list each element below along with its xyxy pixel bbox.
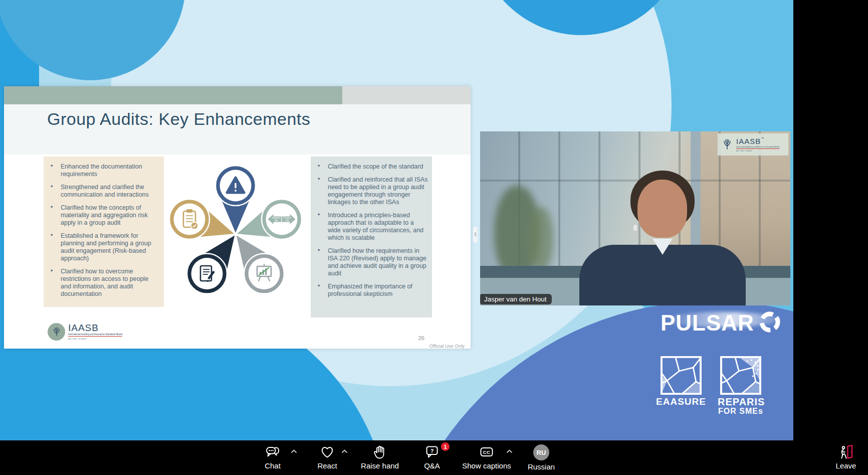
slide-page-number: 26 (418, 335, 424, 341)
svg-text:★: ★ (750, 358, 753, 362)
trademark-symbol: ™ (761, 137, 764, 140)
bullet-item: Emphasized the importance of professiona… (314, 283, 428, 298)
panel-collapse-handle[interactable]: ‖ (473, 227, 478, 243)
eaasure-logo-icon (661, 356, 702, 395)
slide-title: Group Audits: Key Enhancements (47, 109, 310, 129)
raised-hand-icon (372, 444, 387, 459)
eaasure-label: EAASURE (655, 396, 708, 407)
bullet-item: Clarified the scope of the standard (314, 163, 428, 171)
risk-pinwheel-diagram: Inherent risk Control risk (165, 161, 306, 301)
left-bullet-box: Enhanced the documentation requirementsS… (44, 156, 164, 307)
ru-language-avatar: RU (533, 444, 549, 460)
chat-options-caret[interactable] (291, 449, 297, 453)
svg-text:★: ★ (746, 359, 749, 363)
speaker-video-tile[interactable]: IAASB™ International Auditing and Assura… (480, 131, 790, 305)
leave-button[interactable]: Leave (826, 444, 866, 470)
speaker-name-tag: Jasper van den Hout (480, 294, 552, 304)
iaasb-tree-icon (48, 323, 65, 341)
presentation-slide: Group Audits: Key Enhancements Enhanced … (4, 86, 471, 349)
raise-hand-button[interactable]: Raise hand (350, 444, 410, 470)
cc-icon: CC (479, 444, 494, 459)
react-label: React (317, 461, 337, 470)
bullet-item: Clarified how to overcome restrictions o… (47, 268, 160, 298)
meeting-toolbar: Chat React Raise hand ? Q&A (0, 440, 868, 475)
svg-text:Control: Control (284, 217, 291, 219)
iaasb-logo-subtitle: International Auditing and Assurance Sta… (736, 146, 779, 149)
leave-door-icon (838, 444, 853, 459)
chat-label: Chat (265, 461, 281, 470)
react-button[interactable]: React (312, 444, 342, 470)
svg-text:★: ★ (756, 364, 759, 367)
right-bullet-list: Clarified the scope of the standardClari… (314, 163, 428, 298)
bullet-item: Clarified how the concepts of materialit… (47, 204, 160, 227)
meeting-window: Group Audits: Key Enhancements Enhanced … (0, 0, 868, 475)
language-button[interactable]: RU Russian (521, 444, 561, 471)
iaasb-logo-tagline: AN IFAC BOARD (68, 338, 122, 340)
iaasb-tree-icon (721, 138, 734, 151)
bullet-item: Introduced a principles-based approach t… (314, 212, 428, 242)
iaasb-logo-text: IAASB (736, 137, 761, 145)
chat-button[interactable]: Chat (258, 444, 288, 470)
right-black-strip (793, 0, 868, 475)
pulsar-swirl-icon (757, 309, 783, 335)
leave-label: Leave (836, 461, 856, 470)
reparis-label-2: FOR SMEs (718, 407, 764, 416)
svg-text:risk: risk (274, 219, 278, 222)
pulsar-wordmark: PULSAR (661, 312, 754, 334)
show-captions-label: Show captions (462, 461, 511, 470)
right-bullet-box: Clarified the scope of the standardClari… (311, 156, 432, 318)
raise-hand-label: Raise hand (361, 461, 399, 470)
svg-text:★: ★ (757, 368, 760, 371)
bullet-item: Established a framework for planning and… (47, 232, 160, 262)
speaker-earbud (633, 225, 637, 231)
question-bubble-icon: ? (424, 444, 440, 459)
heart-icon (320, 444, 335, 459)
slide-top-band-sage (4, 86, 342, 104)
svg-text:★: ★ (754, 360, 757, 364)
language-label: Russian (528, 462, 555, 471)
plant-silhouette-2 (528, 207, 553, 272)
slide-top-band-gray (342, 86, 471, 104)
qa-button[interactable]: ? Q&A 1 (417, 444, 447, 470)
bullet-item: Clarified how the requirements in ISA 22… (314, 247, 428, 277)
iaasb-video-logo: IAASB™ International Auditing and Assura… (718, 133, 788, 155)
iaasb-logo-subtitle: International Auditing and Assurance Sta… (68, 333, 122, 337)
document-petal (187, 234, 236, 294)
svg-text:★: ★ (751, 374, 754, 378)
reparis-logo-icon: ★★★ ★★★ ★ (720, 356, 761, 395)
reparis-label: REPARIS (718, 396, 764, 408)
iaasb-logo-text: IAASB (68, 323, 122, 333)
iaasb-logo: IAASB International Auditing and Assuran… (48, 323, 122, 341)
show-captions-button[interactable]: CC Show captions (452, 444, 522, 470)
svg-text:risk: risk (285, 219, 289, 222)
svg-text:★: ★ (755, 372, 758, 375)
chat-bubble-icon (265, 444, 280, 459)
presentation-petal (236, 234, 284, 294)
qa-unread-badge: 1 (441, 442, 450, 451)
bullet-item: Enhanced the documentation requirements (47, 163, 160, 178)
document-pencil-icon (200, 266, 214, 282)
bullet-item: Clarified and reinforced that all ISAs n… (314, 176, 428, 206)
react-options-caret[interactable] (341, 449, 348, 453)
qa-label: Q&A (424, 461, 440, 470)
window-transom (480, 180, 790, 182)
pulsar-logo: PULSAR (661, 311, 781, 337)
iaasb-logo-tagline: AN IFAC BOARD (736, 150, 779, 152)
svg-text:CC: CC (483, 449, 491, 455)
clipboard-icon (183, 209, 198, 229)
left-bullet-list: Enhanced the documentation requirementsS… (47, 163, 160, 298)
svg-text:Inherent: Inherent (272, 217, 281, 219)
classification-label: Official Use Only (429, 343, 465, 349)
captions-options-caret[interactable] (506, 449, 513, 453)
speaker-face (637, 180, 687, 238)
bullet-item: Strengthened and clarified the communica… (47, 184, 160, 199)
svg-text:?: ? (430, 448, 434, 454)
